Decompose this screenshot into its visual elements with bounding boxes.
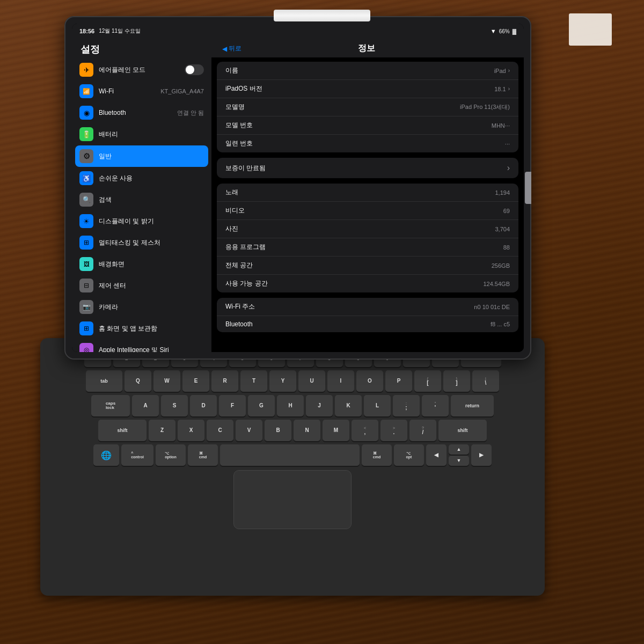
bluetooth-label: Bluetooth [99,109,172,116]
key-x[interactable]: X [178,420,204,441]
info-row-model-number: 모델 번호 MHN··· [217,116,518,135]
key-y[interactable]: Y [269,370,296,392]
apple-pencil [274,10,370,21]
songs-value: 1,194 [495,189,510,196]
key-return[interactable]: return [451,395,494,416]
key-comma[interactable]: <, [352,420,378,441]
key-globe[interactable]: 🌐 [93,444,119,466]
wifi-label: Wi-Fi [99,87,155,95]
key-h[interactable]: H [277,395,304,416]
key-c[interactable]: C [207,420,233,441]
key-s[interactable]: S [161,395,188,416]
key-o[interactable]: O [356,370,383,392]
key-m[interactable]: M [323,420,349,441]
keyboard-row-3: capslock A S D F G H J K L :; "' return [50,395,535,416]
sidebar-item-accessibility[interactable]: ♿ 손쉬운 사용 [72,167,211,189]
key-rbracket[interactable]: }] [443,370,470,392]
key-e[interactable]: E [182,370,209,392]
key-arrow-up[interactable]: ▲ [449,444,469,455]
key-cmd-left[interactable]: ⌘cmd [188,444,218,466]
key-arrow-right[interactable]: ▶ [471,444,492,466]
camera-label: 카메라 [99,303,204,312]
info-row-bt-addr: Bluetooth f8 ... c5 [217,316,518,332]
key-i[interactable]: I [327,370,354,392]
key-space[interactable] [220,444,360,466]
key-lbracket[interactable]: {[ [414,370,441,392]
key-p[interactable]: P [385,370,412,392]
sidebar-item-camera[interactable]: 📷 카메라 [72,296,211,318]
sidebar-item-wifi[interactable]: 📶 Wi-Fi KT_GIGA_A4A7 [72,80,211,102]
key-r[interactable]: R [211,370,238,392]
key-z[interactable]: Z [149,420,175,441]
control-label: 제어 센터 [99,281,204,290]
key-a[interactable]: A [132,395,159,416]
key-control[interactable]: ^control [121,444,153,466]
basic-info-section: 이름 iPad › iPadOS 버전 18.1 › 모델명 iPad Pro … [217,62,518,152]
info-title: 정보 [358,43,375,54]
homescreen-icon: ⊞ [79,321,93,335]
key-k[interactable]: K [335,395,362,416]
warranty-label: 보증이 만료됨 [225,164,266,173]
trackpad[interactable] [233,470,352,529]
info-scroll[interactable]: 이름 iPad › iPadOS 버전 18.1 › 모델명 iPad Pro … [211,57,524,352]
airplane-toggle[interactable] [185,64,204,75]
sidebar-item-display[interactable]: ☀ 디스플레이 및 밝기 [72,210,211,232]
sidebar-item-search[interactable]: 🔍 검색 [72,189,211,210]
sidebar-item-wallpaper[interactable]: 🖼 배경화면 [72,253,211,275]
apps-value: 88 [503,244,510,251]
key-l[interactable]: L [364,395,391,416]
ipad-screen: 18:56 12월 11일 수요일 ▼ 66% ▓ 설정 ✈ 에어플레인 모드 [72,24,524,352]
key-arrow-down[interactable]: ▼ [449,456,469,466]
key-g[interactable]: G [248,395,275,416]
info-row-name[interactable]: 이름 iPad › [217,62,518,80]
key-w[interactable]: W [153,370,180,392]
sidebar-item-control[interactable]: ⊟ 제어 센터 [72,275,211,296]
status-bar: 18:56 12월 11일 수요일 ▼ 66% ▓ [72,24,524,39]
key-period[interactable]: >. [380,420,407,441]
key-q[interactable]: Q [125,370,151,392]
signal-icon: 66% [499,28,510,34]
key-shift-right[interactable]: shift [438,420,487,441]
key-tab[interactable]: tab [86,370,122,392]
info-row-photos: 사진 3,704 [217,220,518,238]
status-icons: ▼ 66% ▓ [491,28,516,34]
key-option-right[interactable]: ⌥opt [394,444,424,466]
key-f[interactable]: F [219,395,246,416]
key-v[interactable]: V [236,420,262,441]
storage-section: 노래 1,194 비디오 69 사진 3,704 응용 프로그램 [217,184,518,292]
accessibility-icon: ♿ [79,171,93,185]
sidebar-item-airplane[interactable]: ✈ 에어플레인 모드 [72,59,211,80]
key-b[interactable]: B [265,420,291,441]
key-semicolon[interactable]: :; [393,395,420,416]
sidebar-item-bluetooth[interactable]: ◉ Bluetooth 연결 안 됨 [72,102,211,123]
key-arrow-left[interactable]: ◀ [426,444,447,466]
key-backslash[interactable]: |\ [472,370,499,392]
key-slash[interactable]: ?/ [409,420,436,441]
key-option-left[interactable]: ⌥option [156,444,186,466]
siri-icon: ◎ [79,343,93,352]
ipados-value: 18.1 › [494,86,510,92]
warranty-section[interactable]: 보증이 만료됨 › [217,158,518,178]
homescreen-label: 홈 화면 및 앱 보관함 [99,324,204,333]
key-capslock[interactable]: capslock [91,395,130,416]
keyboard-row-4: shift Z X C V B N M <, >. ?/ shift [50,420,535,441]
display-label: 디스플레이 및 밝기 [99,217,204,226]
key-quote[interactable]: "' [422,395,449,416]
sidebar-item-general[interactable]: ⚙ 일반 [75,145,208,167]
back-button[interactable]: ◀ 뒤로 [222,44,241,53]
key-d[interactable]: D [190,395,217,416]
sidebar-item-siri[interactable]: ◎ Apple Intelligence 및 Siri [72,339,211,352]
key-n[interactable]: N [294,420,320,441]
key-shift-left[interactable]: shift [98,420,147,441]
info-row-ipados[interactable]: iPadOS 버전 18.1 › [217,80,518,98]
key-t[interactable]: T [240,370,267,392]
key-j[interactable]: J [306,395,333,416]
sidebar-item-battery[interactable]: 🔋 배터리 [72,123,211,145]
keyboard-row-5: 🌐 ^control ⌥option ⌘cmd ⌘cmd ⌥opt ◀ ▲ ▼ … [50,444,535,466]
network-section: Wi-Fi 주소 n0 10 01c DE Bluetooth f8 ... c… [217,298,518,332]
key-u[interactable]: U [298,370,325,392]
key-cmd-right[interactable]: ⌘cmd [362,444,392,466]
sidebar-item-homescreen[interactable]: ⊞ 홈 화면 및 앱 보관함 [72,318,211,339]
sidebar-item-multitasking[interactable]: ⊞ 멀티태스킹 및 제스처 [72,232,211,253]
info-row-available: 사용 가능 공간 124.54GB [217,275,518,292]
